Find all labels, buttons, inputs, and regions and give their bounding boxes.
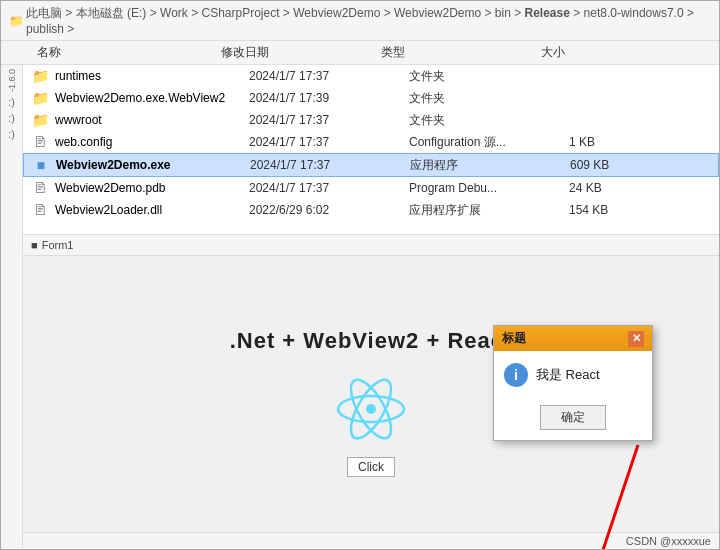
table-row[interactable]: 📁 wwwroot 2024/1/7 17:37 文件夹 <box>23 109 719 131</box>
file-date: 2022/6/29 6:02 <box>249 203 409 217</box>
sidebar-item-3: :) <box>8 112 15 124</box>
file-name: web.config <box>55 135 249 149</box>
dialog-title: 标题 <box>502 330 526 347</box>
table-row[interactable]: ■ Webview2Demo.exe 2024/1/7 17:37 应用程序 6… <box>23 153 719 177</box>
file-name: runtimes <box>55 69 249 83</box>
column-headers: 名称 修改日期 类型 大小 <box>1 41 719 65</box>
dialog-info-icon: i <box>504 363 528 387</box>
file-type: 文件夹 <box>409 68 569 85</box>
file-date: 2024/1/7 17:37 <box>249 181 409 195</box>
dialog-titlebar: 标题 ✕ <box>494 326 652 351</box>
file-size: 1 KB <box>569 135 669 149</box>
file-name: Webview2Loader.dll <box>55 203 249 217</box>
address-path: 此电脑 > 本地磁盘 (E:) > Work > CSharpProject >… <box>26 5 711 36</box>
table-row[interactable]: 🖹 web.config 2024/1/7 17:37 Configuratio… <box>23 131 719 153</box>
file-date: 2024/1/7 17:37 <box>250 158 410 172</box>
dialog-container: 标题 ✕ i 我是 React 确定 <box>493 325 653 441</box>
table-row[interactable]: 🖹 Webview2Demo.pdb 2024/1/7 17:37 Progra… <box>23 177 719 199</box>
left-sidebar: -1.6.0 :) :) :) <box>1 65 23 549</box>
file-type: 文件夹 <box>409 112 569 129</box>
svg-point-0 <box>366 404 376 414</box>
col-header-date[interactable]: 修改日期 <box>221 44 381 61</box>
col-header-type[interactable]: 类型 <box>381 44 541 61</box>
file-type: Program Debu... <box>409 181 569 195</box>
file-type: Configuration 源... <box>409 134 569 151</box>
dialog-box: 标题 ✕ i 我是 React 确定 <box>493 325 653 441</box>
sidebar-item-4: :) <box>8 128 15 140</box>
file-type: 应用程序 <box>410 157 570 174</box>
file-date: 2024/1/7 17:37 <box>249 113 409 127</box>
file-list: 📁 runtimes 2024/1/7 17:37 文件夹 📁 Webview2… <box>23 65 719 235</box>
dialog-message: 我是 React <box>536 366 600 384</box>
file-size: 609 KB <box>570 158 670 172</box>
file-date: 2024/1/7 17:37 <box>249 135 409 149</box>
file-name: wwwroot <box>55 113 249 127</box>
table-row[interactable]: 🖹 Webview2Loader.dll 2022/6/29 6:02 应用程序… <box>23 199 719 221</box>
col-header-size[interactable]: 大小 <box>541 44 641 61</box>
file-name: Webview2Demo.pdb <box>55 181 249 195</box>
pdb-icon: 🖹 <box>31 179 49 197</box>
config-icon: 🖹 <box>31 133 49 151</box>
exe-icon: ■ <box>32 156 50 174</box>
folder-icon: 📁 <box>31 111 49 129</box>
table-row[interactable]: 📁 runtimes 2024/1/7 17:37 文件夹 <box>23 65 719 87</box>
table-row[interactable]: 📁 Webview2Demo.exe.WebView2 2024/1/7 17:… <box>23 87 719 109</box>
app-main-title: .Net + WebView2 + React <box>230 328 513 354</box>
file-name: Webview2Demo.exe.WebView2 <box>55 91 249 105</box>
file-type: 应用程序扩展 <box>409 202 569 219</box>
address-bar: 📁 此电脑 > 本地磁盘 (E:) > Work > CSharpProject… <box>1 1 719 41</box>
dialog-close-button[interactable]: ✕ <box>628 331 644 347</box>
col-header-name[interactable]: 名称 <box>1 44 221 61</box>
dialog-ok-button[interactable]: 确定 <box>540 405 606 430</box>
file-type: 文件夹 <box>409 90 569 107</box>
explorer-window: 📁 此电脑 > 本地磁盘 (E:) > Work > CSharpProject… <box>0 0 720 550</box>
dialog-footer: 确定 <box>494 399 652 440</box>
click-button[interactable]: Click <box>347 457 395 477</box>
dialog-body: i 我是 React <box>494 351 652 399</box>
file-size: 24 KB <box>569 181 669 195</box>
dll-icon: 🖹 <box>31 201 49 219</box>
sidebar-item-2: :) <box>8 96 15 108</box>
address-icon: 📁 <box>9 14 24 28</box>
form-titlebar: ■ Form1 <box>23 235 719 256</box>
form-title: Form1 <box>42 239 74 251</box>
folder-icon: 📁 <box>31 67 49 85</box>
app-preview: ■ Form1 .Net + WebView2 + React <box>23 235 719 549</box>
file-size: 154 KB <box>569 203 669 217</box>
file-name: Webview2Demo.exe <box>56 158 250 172</box>
main-content: -1.6.0 :) :) :) 📁 runtimes 2024/1/7 17:3… <box>1 65 719 549</box>
status-bar: CSDN @xxxxxue <box>23 532 719 549</box>
credit-text: CSDN @xxxxxue <box>626 535 711 547</box>
file-date: 2024/1/7 17:39 <box>249 91 409 105</box>
folder-icon: 📁 <box>31 89 49 107</box>
sidebar-item-1: -1.6.0 <box>7 69 17 92</box>
file-date: 2024/1/7 17:37 <box>249 69 409 83</box>
form-icon: ■ <box>31 239 38 251</box>
react-logo <box>336 374 406 447</box>
